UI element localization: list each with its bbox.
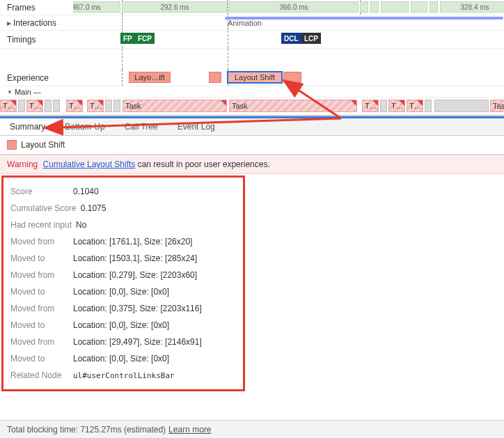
time-marker [228,31,228,48]
task-block[interactable] [45,100,52,112]
detail-row: Cumulative Score0.1075 [10,200,236,217]
layout-shift-block-small[interactable] [283,72,301,83]
frame-block[interactable]: 292.6 ms [122,1,228,13]
task-block[interactable] [425,100,432,112]
main-label[interactable]: Main — [0,88,73,96]
frame-block[interactable] [360,1,368,13]
detail-row: Moved fromLocation: [29,497], Size: [214… [10,334,236,350]
interaction-text: Animation [228,19,262,27]
frame-block[interactable]: 366.0 ms [229,1,359,13]
warning-label: Warning [7,159,38,169]
task-block[interactable]: T… [66,100,83,112]
task-block[interactable]: T… [0,100,17,112]
frames-row: Frames 467.0 ms 292.6 ms 366.0 ms 328.4 … [0,0,504,15]
task-block[interactable] [18,100,25,112]
task-block[interactable]: T… [407,100,423,112]
task-block[interactable] [53,100,60,112]
frame-block[interactable]: 328.4 ms [440,1,504,13]
fcp-badge[interactable]: FCP [135,33,155,44]
detail-row: Had recent inputNo [10,217,236,233]
frame-block[interactable] [411,1,427,13]
detail-value: No [76,220,86,230]
tab-call-tree[interactable]: Call Tree [115,118,168,135]
layout-shift-block-small[interactable] [209,72,221,83]
lcp-badge[interactable]: LCP [301,33,321,44]
long-task-icon [37,100,42,106]
detail-key: Moved to [10,287,73,297]
interaction-bar[interactable] [225,17,503,19]
detail-value: 0.1040 [73,187,99,196]
timeline-panel: Frames 467.0 ms 292.6 ms 366.0 ms 328.4 … [0,0,504,116]
layout-shift-block[interactable]: Layo…ift [129,72,171,83]
frame-block[interactable]: 467.0 ms [73,1,120,13]
detail-key: Had recent input [10,220,76,230]
frame-block[interactable] [370,1,379,13]
experience-track[interactable]: Layo…ift Layout Shift [73,70,504,86]
task-block[interactable]: T… [26,100,43,112]
task-block[interactable]: Task [490,100,504,112]
task-block[interactable]: Task [229,100,357,112]
time-marker [228,49,228,70]
timings-label: Timings [0,35,73,45]
main-header-row[interactable]: Main — [0,86,504,97]
detail-key: Moved from [10,337,73,347]
task-block[interactable]: T… [87,100,104,112]
task-block[interactable]: T… [388,100,405,112]
detail-key: Cumulative Score [10,203,81,213]
tab-summary[interactable]: Summary [0,118,55,135]
related-node-value[interactable]: ul#userControlLinksBar [73,370,175,380]
details-tabs: Summary Bottom-Up Call Tree Event Log [0,116,504,136]
task-block[interactable] [113,100,120,112]
interactions-label[interactable]: Interactions [0,18,73,28]
fp-badge[interactable]: FP [120,33,135,44]
experience-label: Experience [0,73,73,83]
detail-value: Location: [1761,1], Size: [26x20] [73,237,192,247]
detail-row: Moved toLocation: [0,0], Size: [0x0] [10,317,236,334]
long-task-icon [10,100,16,106]
long-task-icon [417,100,423,106]
main-thread-row[interactable]: T… T… T… T… Task Task T… T… T… Task Task [0,97,504,116]
task-block[interactable]: Task [123,100,227,112]
layout-shift-block-selected[interactable]: Layout Shift [228,72,282,83]
time-marker [122,49,123,70]
detail-row: Moved toLocation: [0,0], Size: [0x0] [10,350,236,367]
timings-track[interactable]: FP FCP DCL LCP [73,31,504,48]
detail-key: Moved from [10,270,73,280]
summary-details: Score0.1040Cumulative Score0.1075Had rec… [1,175,245,391]
detail-row: Score0.1040 [10,183,236,200]
dcl-badge[interactable]: DCL [281,33,301,44]
long-task-icon [351,100,356,106]
frames-track[interactable]: 467.0 ms 292.6 ms 366.0 ms 328.4 ms [73,0,504,15]
long-task-icon [372,100,378,106]
frame-block[interactable] [430,1,438,13]
frame-block[interactable] [381,1,409,13]
task-block[interactable]: Task [434,100,489,112]
detail-row: Related Nodeul#userControlLinksBar [10,367,236,384]
interactions-row: Interactions Animation [0,15,504,31]
detail-key: Moved from [10,237,73,247]
task-block[interactable] [380,100,387,112]
detail-value: Location: [0,375], Size: [2203x116] [73,304,202,313]
experience-row: Experience Layo…ift Layout Shift [0,70,504,86]
tab-bottom-up[interactable]: Bottom-Up [55,118,114,135]
interactions-track[interactable]: Animation [73,15,504,30]
detail-value: Location: [0,0], Size: [0x0] [73,287,169,297]
task-block[interactable]: T… [362,100,379,112]
task-block[interactable] [105,100,112,112]
detail-key: Score [10,187,73,196]
detail-key: Moved to [10,320,73,330]
time-marker [122,70,123,86]
detail-row: Moved toLocation: [1503,1], Size: [285x2… [10,250,236,267]
detail-row: Moved fromLocation: [0,375], Size: [2203… [10,300,236,317]
warning-banner: Warning Cumulative Layout Shifts can res… [0,155,504,174]
warning-text: can result in poor user experiences. [135,159,269,169]
tab-event-log[interactable]: Event Log [168,118,225,135]
detail-row: Moved fromLocation: [1761,1], Size: [26x… [10,233,236,250]
long-task-icon [221,100,226,106]
learn-more-link[interactable]: Learn more [168,425,211,435]
timings-row: Timings FP FCP DCL LCP [0,31,504,49]
detail-value: Location: [0,279], Size: [2203x60] [73,270,197,280]
cls-link[interactable]: Cumulative Layout Shifts [43,159,136,169]
long-task-icon [97,100,103,106]
detail-value: Location: [0,0], Size: [0x0] [73,354,169,363]
